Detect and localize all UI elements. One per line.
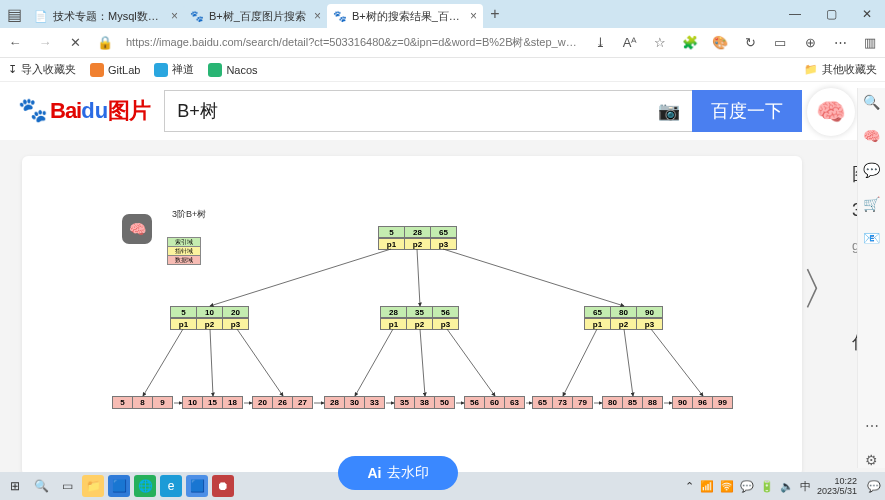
paw-icon: 🐾	[333, 9, 347, 23]
back-button[interactable]: ←	[6, 35, 24, 50]
ai-brain-badge[interactable]: 🧠	[807, 88, 855, 136]
side-panel-icon[interactable]: ▥	[861, 35, 879, 50]
rail-mail-icon[interactable]: 📧	[863, 230, 880, 246]
maximize-button[interactable]: ▢	[813, 7, 849, 21]
bookmarks-bar: ↧ 导入收藏夹 GitLab 禅道 Nacos 📁 其他收藏夹	[0, 58, 885, 82]
taskbar-app[interactable]: ⏺	[212, 475, 234, 497]
tray-action-center[interactable]: 💬	[867, 480, 881, 493]
other-bookmarks[interactable]: 📁 其他收藏夹	[804, 62, 877, 77]
leaf-node: 353850	[394, 396, 455, 409]
logo-du: du	[81, 98, 108, 124]
close-icon[interactable]: ×	[470, 9, 477, 23]
read-aloud-icon[interactable]: Aᴬ	[621, 35, 639, 50]
bookmark-label: 禅道	[172, 62, 194, 77]
tab-label: B+树_百度图片搜索	[209, 9, 306, 24]
tray-net-icon[interactable]: 📶	[700, 480, 714, 493]
taskbar-app[interactable]: ⊞	[4, 475, 26, 497]
brain-icon: 🧠	[122, 214, 152, 244]
collections-icon[interactable]: ▭	[771, 35, 789, 50]
extensions-button[interactable]: ⊕	[801, 35, 819, 50]
next-image-button[interactable]: 〉	[801, 260, 845, 319]
rail-more-icon[interactable]: ⋯	[865, 418, 879, 434]
minimize-button[interactable]: —	[777, 7, 813, 21]
folder-icon: 📁	[804, 63, 818, 76]
paw-icon: 🐾	[190, 9, 204, 23]
menu-button[interactable]: ⋯	[831, 35, 849, 50]
tray-up-icon[interactable]: ⌃	[685, 480, 694, 493]
search-button[interactable]: 百度一下	[692, 90, 802, 132]
svg-line-0	[210, 249, 391, 306]
tray-wifi-icon[interactable]: 🛜	[720, 480, 734, 493]
search-wrap: 📷 百度一下	[164, 90, 802, 132]
taskbar-app[interactable]: 🟦	[186, 475, 208, 497]
taskbar-app[interactable]: 🔍	[30, 475, 52, 497]
taskbar-app[interactable]: ▭	[56, 475, 78, 497]
close-icon[interactable]: ×	[314, 9, 321, 23]
svg-line-5	[237, 329, 283, 396]
remove-watermark-button[interactable]: Ai 去水印	[338, 456, 458, 490]
logo-sub: 图片	[108, 96, 150, 126]
nacos-icon	[208, 63, 222, 77]
search-input[interactable]	[177, 101, 658, 122]
leaf-node: 808588	[602, 396, 663, 409]
search-box[interactable]: 📷	[164, 90, 692, 132]
bookmark-label: GitLab	[108, 64, 140, 76]
taskbar-app[interactable]: 📁	[82, 475, 104, 497]
rail-settings-icon[interactable]: ⚙	[865, 452, 878, 468]
rail-search-icon[interactable]: 🔍	[863, 94, 880, 110]
svg-line-11	[651, 329, 703, 396]
stop-button[interactable]: ✕	[66, 35, 84, 50]
page-header: 🐾 Bai du 图片 📷 百度一下 🧠	[0, 82, 885, 140]
taskbar-app[interactable]: 🌐	[134, 475, 156, 497]
extension-icon[interactable]: 🧩	[681, 35, 699, 50]
tab-1[interactable]: 🐾 B+树_百度图片搜索 ×	[184, 4, 327, 28]
url-field[interactable]: https://image.baidu.com/search/detail?ct…	[126, 35, 579, 50]
tab-2-active[interactable]: 🐾 B+树的搜索结果_百度图片搜索 ×	[327, 4, 483, 28]
rail-chat-icon[interactable]: 💬	[863, 162, 880, 178]
baidu-logo[interactable]: 🐾 Bai du 图片	[18, 96, 150, 126]
svg-line-10	[624, 329, 633, 396]
forward-button[interactable]: →	[36, 35, 54, 50]
gitlab-icon	[90, 63, 104, 77]
taskbar-app[interactable]: 🟦	[108, 475, 130, 497]
download-icon[interactable]: ⤓	[591, 35, 609, 50]
refresh-icon[interactable]: ↻	[741, 35, 759, 50]
tray-battery-icon[interactable]: 🔋	[760, 480, 774, 493]
bookmark-zentao[interactable]: 禅道	[154, 62, 194, 77]
taskbar-app[interactable]: e	[160, 475, 182, 497]
bookmark-gitlab[interactable]: GitLab	[90, 63, 140, 77]
mid-node: 51020 p1p2p3	[170, 306, 249, 330]
leaf-node: 202627	[252, 396, 313, 409]
tab-0[interactable]: 📄 技术专题：Mysql数据库（视图... ×	[28, 4, 184, 28]
tray-chat-icon[interactable]: 💬	[740, 480, 754, 493]
ai-icon: Ai	[368, 465, 382, 481]
import-bookmarks[interactable]: ↧ 导入收藏夹	[8, 62, 76, 77]
lock-icon: 🔒	[96, 35, 114, 50]
taskbar-clock[interactable]: 10:22 2023/5/31	[817, 476, 861, 496]
svg-line-4	[210, 329, 213, 396]
leaf-node: 566063	[464, 396, 525, 409]
main-area: 🧠 3阶B+树 索引域 指针域 数据域 5 28 65 p1 p2 p3	[0, 140, 885, 500]
tab-label: B+树的搜索结果_百度图片搜索	[352, 9, 462, 24]
workspace-icon[interactable]: ▤	[0, 5, 28, 24]
favorite-icon[interactable]: ☆	[651, 35, 669, 50]
camera-icon[interactable]: 📷	[658, 100, 680, 122]
leaf-node: 909699	[672, 396, 733, 409]
rail-brain-icon[interactable]: 🧠	[863, 128, 880, 144]
svg-line-9	[563, 329, 597, 396]
tray-ime-icon[interactable]: 中	[800, 479, 811, 494]
leaf-node: 589	[112, 396, 173, 409]
rail-shop-icon[interactable]: 🛒	[863, 196, 880, 212]
new-tab-button[interactable]: +	[483, 5, 507, 23]
leaf-node: 101518	[182, 396, 243, 409]
mid-node: 658090 p1p2p3	[584, 306, 663, 330]
image-card: 🧠 3阶B+树 索引域 指针域 数据域 5 28 65 p1 p2 p3	[22, 156, 802, 476]
svg-line-8	[447, 329, 495, 396]
close-window-button[interactable]: ✕	[849, 7, 885, 21]
logo-bai: Bai	[50, 98, 81, 124]
palette-icon[interactable]: 🎨	[711, 35, 729, 50]
tray-volume-icon[interactable]: 🔈	[780, 480, 794, 493]
close-icon[interactable]: ×	[171, 9, 178, 23]
bookmark-nacos[interactable]: Nacos	[208, 63, 257, 77]
addr-actions: ⤓ Aᴬ ☆ 🧩 🎨 ↻ ▭ ⊕ ⋯ ▥	[591, 35, 879, 50]
